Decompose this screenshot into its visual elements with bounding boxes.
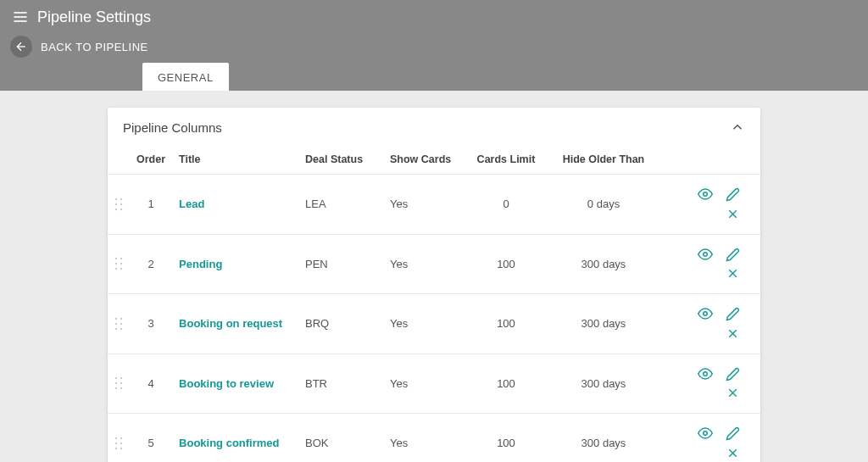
svg-point-37 bbox=[704, 371, 708, 376]
order-cell: 5 bbox=[130, 414, 172, 463]
show-cards-cell: Yes bbox=[383, 353, 464, 414]
edit-button[interactable] bbox=[723, 245, 742, 264]
th-show-cards: Show Cards bbox=[383, 145, 464, 175]
collapse-toggle[interactable] bbox=[730, 120, 745, 135]
svg-point-41 bbox=[120, 437, 122, 439]
th-deal-status: Deal Status bbox=[298, 145, 383, 175]
page-title: Pipeline Settings bbox=[37, 8, 151, 26]
show-cards-cell: Yes bbox=[383, 294, 464, 354]
visibility-toggle[interactable] bbox=[696, 185, 715, 203]
cards-limit-cell: 100 bbox=[464, 234, 548, 294]
edit-button[interactable] bbox=[723, 365, 742, 383]
drag-handle[interactable] bbox=[108, 294, 130, 354]
arrow-left-icon bbox=[14, 40, 28, 53]
svg-point-8 bbox=[115, 209, 117, 210]
visibility-toggle[interactable] bbox=[696, 304, 715, 323]
deal-status-cell: PEN bbox=[298, 234, 383, 294]
svg-point-26 bbox=[115, 328, 117, 330]
delete-button[interactable] bbox=[723, 443, 742, 462]
title-link[interactable]: Pending bbox=[172, 234, 298, 294]
hide-older-cell: 300 days bbox=[548, 234, 659, 294]
visibility-toggle[interactable] bbox=[696, 245, 715, 264]
drag-handle[interactable] bbox=[108, 353, 130, 414]
svg-point-34 bbox=[120, 382, 122, 384]
back-label[interactable]: BACK TO PIPELINE bbox=[41, 41, 148, 53]
hide-older-cell: 300 days bbox=[548, 353, 659, 414]
svg-point-23 bbox=[120, 318, 122, 320]
svg-point-32 bbox=[120, 377, 122, 379]
title-link[interactable]: Lead bbox=[172, 175, 298, 235]
table-row: 5Booking confirmedBOKYes100300 days bbox=[108, 414, 760, 463]
close-icon bbox=[726, 386, 740, 400]
edit-button[interactable] bbox=[723, 305, 742, 324]
svg-point-22 bbox=[115, 318, 117, 320]
svg-point-17 bbox=[115, 268, 117, 270]
svg-point-42 bbox=[115, 443, 117, 444]
pipeline-columns-card: Pipeline Columns Order Title Deal Status… bbox=[108, 108, 760, 462]
hide-older-cell: 0 days bbox=[548, 175, 659, 235]
tab-general[interactable]: GENERAL bbox=[142, 63, 229, 91]
deal-status-cell: LEA bbox=[298, 175, 383, 235]
app-header: Pipeline Settings BACK TO PIPELINE GENER… bbox=[0, 0, 868, 91]
drag-handle[interactable] bbox=[108, 234, 130, 294]
hide-older-cell: 300 days bbox=[548, 414, 659, 463]
hide-older-cell: 300 days bbox=[548, 294, 659, 354]
eye-icon bbox=[698, 186, 713, 202]
svg-point-40 bbox=[115, 437, 117, 439]
chevron-up-icon bbox=[730, 120, 745, 135]
th-title: Title bbox=[172, 145, 298, 175]
title-link[interactable]: Booking confirmed bbox=[172, 414, 298, 463]
pencil-icon bbox=[726, 187, 740, 202]
show-cards-cell: Yes bbox=[383, 175, 464, 235]
delete-button[interactable] bbox=[723, 204, 742, 223]
svg-point-13 bbox=[115, 258, 117, 259]
order-cell: 3 bbox=[130, 294, 172, 354]
svg-point-19 bbox=[704, 252, 708, 256]
close-icon bbox=[726, 446, 740, 460]
drag-handle[interactable] bbox=[108, 175, 130, 235]
svg-point-18 bbox=[120, 268, 122, 270]
table-row: 2PendingPENYes100300 days bbox=[108, 234, 760, 294]
deal-status-cell: BRQ bbox=[298, 294, 383, 354]
cards-limit-cell: 100 bbox=[464, 294, 548, 354]
show-cards-cell: Yes bbox=[383, 234, 464, 294]
svg-point-14 bbox=[120, 258, 122, 259]
visibility-toggle[interactable] bbox=[696, 365, 715, 383]
back-button[interactable] bbox=[10, 36, 32, 58]
table-row: 4Booking to reviewBTRYes100300 days bbox=[108, 353, 760, 414]
table-row: 3Booking on requestBRQYes100300 days bbox=[108, 294, 760, 354]
title-link[interactable]: Booking to review bbox=[172, 353, 298, 414]
svg-point-10 bbox=[704, 192, 708, 197]
delete-button[interactable] bbox=[723, 324, 742, 342]
card-title: Pipeline Columns bbox=[123, 120, 222, 135]
svg-point-28 bbox=[704, 312, 708, 316]
th-cards-limit: Cards Limit bbox=[464, 145, 548, 175]
title-link[interactable]: Booking on request bbox=[172, 294, 298, 354]
svg-point-15 bbox=[115, 263, 117, 264]
svg-point-45 bbox=[120, 448, 122, 449]
th-hide-older: Hide Older Than bbox=[548, 145, 659, 175]
svg-point-25 bbox=[120, 323, 122, 325]
deal-status-cell: BTR bbox=[298, 353, 383, 414]
edit-button[interactable] bbox=[723, 425, 742, 443]
deal-status-cell: BOK bbox=[298, 414, 383, 463]
delete-button[interactable] bbox=[723, 264, 742, 283]
svg-point-6 bbox=[115, 203, 117, 205]
svg-point-33 bbox=[115, 382, 117, 384]
edit-button[interactable] bbox=[723, 186, 742, 204]
pencil-icon bbox=[726, 307, 740, 321]
show-cards-cell: Yes bbox=[383, 414, 464, 463]
cards-limit-cell: 100 bbox=[464, 353, 548, 414]
menu-button[interactable] bbox=[10, 7, 31, 27]
drag-handle[interactable] bbox=[108, 414, 130, 463]
delete-button[interactable] bbox=[723, 384, 742, 403]
svg-point-24 bbox=[115, 323, 117, 325]
svg-point-35 bbox=[115, 387, 117, 389]
order-cell: 1 bbox=[130, 175, 172, 235]
close-icon bbox=[726, 207, 740, 221]
visibility-toggle[interactable] bbox=[696, 424, 715, 443]
eye-icon bbox=[698, 247, 713, 262]
svg-point-27 bbox=[120, 328, 122, 330]
eye-icon bbox=[698, 366, 713, 381]
eye-icon bbox=[698, 306, 713, 321]
